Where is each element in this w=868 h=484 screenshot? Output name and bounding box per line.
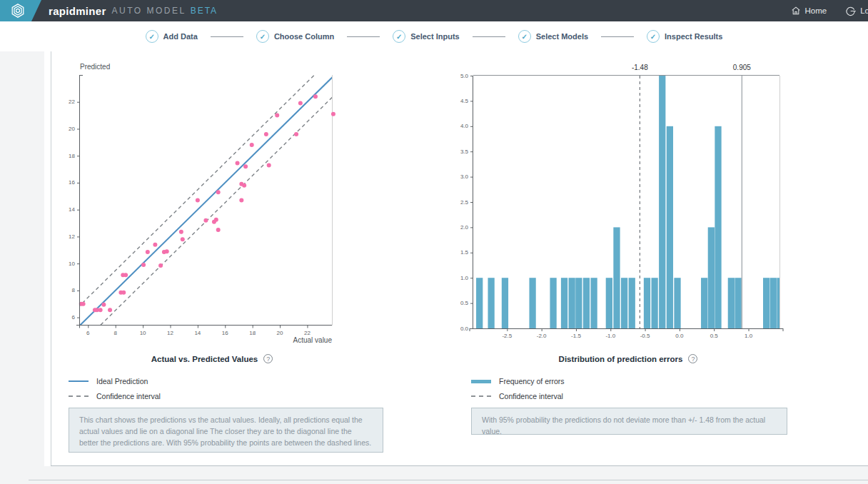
svg-text:-0.5: -0.5 <box>640 333 650 339</box>
app-header: rapidminer AUTO MODEL BETA Home <box>0 0 868 21</box>
step-check-icon: ✓ <box>256 30 269 43</box>
prediction-error-histogram: -1.480.9050.00.51.01.52.02.53.03.54.04.5… <box>457 61 792 353</box>
left-chart-note: This chart shows the predictions vs the … <box>69 408 383 453</box>
brand-name: rapidminer <box>49 5 106 17</box>
svg-text:1.5: 1.5 <box>460 249 469 256</box>
svg-text:1.0: 1.0 <box>460 275 469 281</box>
svg-text:-2.0: -2.0 <box>537 333 547 339</box>
svg-text:3.5: 3.5 <box>460 148 469 155</box>
svg-text:-1.0: -1.0 <box>605 333 615 339</box>
right-chart-note: With 95% probability the predictions do … <box>471 408 787 435</box>
step-connector <box>601 36 634 37</box>
legend-item-frequency-of-errors: Frequency of errors <box>471 377 565 385</box>
svg-text:12: 12 <box>167 330 173 336</box>
rapidminer-logo[interactable] <box>0 0 41 21</box>
svg-text:-2.5: -2.5 <box>502 333 512 339</box>
product-name: AUTO MODEL <box>112 6 186 16</box>
legend-item-confidence-interval: Confidence interval <box>471 392 565 400</box>
left-chart-caption: Actual vs. Predicted Values ? <box>51 354 373 363</box>
step-label: Choose Column <box>274 32 334 41</box>
step-label: Select Models <box>536 32 588 41</box>
footer-divider <box>29 480 868 480</box>
svg-text:4.0: 4.0 <box>460 123 469 129</box>
step-add-data[interactable]: ✓ Add Data <box>146 30 198 43</box>
svg-text:22: 22 <box>69 99 75 105</box>
step-check-icon: ✓ <box>146 30 158 43</box>
step-connector <box>211 36 243 37</box>
svg-text:6: 6 <box>72 314 76 321</box>
svg-text:18: 18 <box>249 330 256 336</box>
svg-text:6: 6 <box>86 330 90 336</box>
solid-line-swatch-icon <box>69 380 89 382</box>
logout-label: Lo <box>860 6 868 15</box>
svg-text:12: 12 <box>69 233 75 240</box>
right-chart-caption: Distribution of prediction errors ? <box>464 354 792 363</box>
help-icon[interactable]: ? <box>688 354 697 363</box>
step-label: Inspect Results <box>665 32 722 41</box>
home-icon <box>791 6 801 16</box>
step-select-models[interactable]: ✓ Select Models <box>518 30 588 43</box>
svg-text:22: 22 <box>304 330 311 336</box>
home-label: Home <box>805 6 827 15</box>
svg-text:2.0: 2.0 <box>460 224 469 231</box>
step-connector <box>347 36 380 37</box>
svg-text:3.0: 3.0 <box>460 173 469 180</box>
step-connector <box>473 36 505 37</box>
svg-text:0.905: 0.905 <box>733 64 751 71</box>
svg-text:10: 10 <box>140 330 146 336</box>
left-chart-title: Actual vs. Predicted Values <box>151 355 258 363</box>
logout-button[interactable]: Lo <box>845 6 868 16</box>
svg-text:0.5: 0.5 <box>460 300 469 306</box>
svg-text:14: 14 <box>194 330 201 336</box>
svg-text:Actual value: Actual value <box>293 336 333 344</box>
right-chart-legend: Frequency of errors Confidence interval <box>471 377 565 400</box>
svg-text:-1.48: -1.48 <box>632 64 648 71</box>
hexagon-logo-icon <box>10 3 26 19</box>
step-check-icon: ✓ <box>393 30 405 43</box>
help-icon[interactable]: ? <box>263 354 273 363</box>
footer-area <box>0 466 868 484</box>
svg-text:8: 8 <box>113 330 117 336</box>
left-chart-legend: Ideal Prediction Confidence interval <box>69 377 161 400</box>
step-label: Add Data <box>163 32 198 41</box>
step-inspect-results[interactable]: ✓ Inspect Results <box>647 30 722 43</box>
svg-text:4.5: 4.5 <box>460 98 469 104</box>
auto-model-results-page: rapidminer AUTO MODEL BETA Home <box>0 0 868 484</box>
beta-badge: BETA <box>191 6 218 16</box>
logout-icon <box>845 6 856 16</box>
svg-text:Predicted: Predicted <box>80 63 110 71</box>
svg-text:20: 20 <box>277 330 283 336</box>
svg-text:14: 14 <box>69 206 75 213</box>
svg-text:0.5: 0.5 <box>710 333 719 339</box>
actual-vs-predicted-chart: 68101214161820226810121416182022Predicte… <box>51 61 351 353</box>
step-label: Select Inputs <box>410 32 459 41</box>
svg-text:5.0: 5.0 <box>460 73 469 79</box>
svg-text:0.0: 0.0 <box>675 333 684 339</box>
svg-text:16: 16 <box>222 330 228 336</box>
workflow-stepper: ✓ Add Data ✓ Choose Column ✓ Select Inpu… <box>0 21 868 51</box>
step-check-icon: ✓ <box>647 30 660 43</box>
svg-text:1.0: 1.0 <box>745 333 753 339</box>
svg-text:0.0: 0.0 <box>460 326 469 332</box>
svg-text:10: 10 <box>69 261 75 267</box>
header-actions: Home Lo <box>791 6 868 16</box>
legend-item-ideal-prediction: Ideal Prediction <box>69 377 161 385</box>
step-select-inputs[interactable]: ✓ Select Inputs <box>393 30 459 43</box>
svg-text:20: 20 <box>69 126 75 132</box>
step-check-icon: ✓ <box>518 30 531 43</box>
legend-item-confidence-interval: Confidence interval <box>69 392 161 400</box>
home-button[interactable]: Home <box>791 6 827 16</box>
dashed-line-swatch-icon <box>471 395 491 397</box>
svg-text:2.5: 2.5 <box>460 199 469 206</box>
right-chart-title: Distribution of prediction errors <box>559 355 683 363</box>
svg-text:18: 18 <box>69 153 75 159</box>
svg-text:-1.5: -1.5 <box>571 333 581 339</box>
step-choose-column[interactable]: ✓ Choose Column <box>256 30 334 43</box>
page-gutter <box>0 51 44 466</box>
svg-text:16: 16 <box>69 179 75 186</box>
dashed-line-swatch-icon <box>69 395 89 397</box>
svg-text:8: 8 <box>72 287 76 293</box>
bar-swatch-icon <box>471 380 491 383</box>
